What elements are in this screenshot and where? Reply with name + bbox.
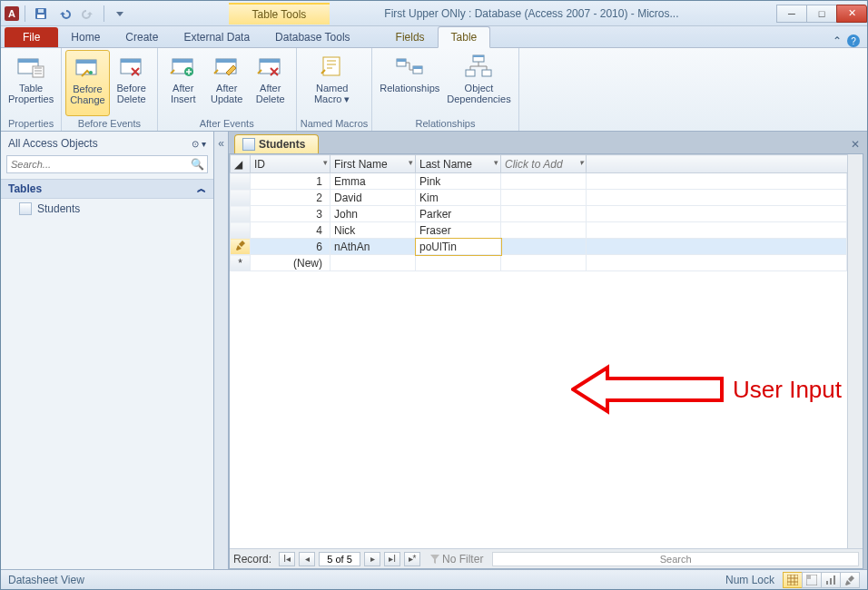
table-row[interactable]: 1EmmaPink — [231, 173, 847, 190]
after-update-button[interactable]: After Update — [205, 50, 249, 116]
table-row[interactable]: 3JohnParker — [231, 206, 847, 222]
cell-first-name[interactable]: David — [330, 190, 416, 206]
cell-last-name[interactable]: Kim — [416, 190, 501, 206]
record-search-input[interactable] — [492, 552, 859, 566]
cell-first-name[interactable]: Emma — [330, 173, 416, 190]
after-delete-button[interactable]: After Delete — [249, 50, 292, 116]
column-first-name[interactable]: First Name▾ — [330, 155, 416, 173]
close-button[interactable]: ✕ — [836, 5, 867, 23]
relationships-button[interactable]: Relationships — [376, 50, 443, 116]
row-selector[interactable] — [231, 222, 251, 239]
record-label: Record: — [233, 553, 271, 565]
cell-id[interactable]: 6 — [251, 239, 330, 255]
filter-indicator[interactable]: No Filter — [429, 553, 483, 565]
nav-search-input[interactable] — [6, 155, 208, 173]
record-prev-button[interactable]: ◂ — [299, 552, 315, 566]
view-pivotchart-button[interactable] — [821, 572, 841, 588]
qat-save-button[interactable] — [31, 4, 51, 24]
search-icon[interactable]: 🔍 — [191, 158, 204, 171]
dropdown-icon[interactable]: ▾ — [494, 158, 498, 167]
view-design-button[interactable] — [840, 572, 860, 588]
help-icon[interactable]: ? — [847, 34, 860, 47]
nav-dropdown-icon[interactable]: ⊙ ▾ — [192, 139, 206, 149]
cell-blank[interactable] — [416, 255, 501, 271]
cell-add[interactable] — [501, 173, 587, 190]
select-all-cell[interactable]: ◢ — [231, 155, 251, 173]
cell-last-name[interactable]: poUlTin — [416, 239, 501, 255]
nav-header-title[interactable]: All Access Objects — [8, 137, 98, 150]
qat-customize-button[interactable] — [110, 4, 130, 24]
cell-add[interactable] — [501, 222, 587, 239]
row-selector[interactable] — [231, 239, 251, 255]
qat-undo-button[interactable] — [54, 4, 74, 24]
dropdown-icon[interactable]: ▾ — [579, 158, 584, 167]
table-row[interactable]: 2DavidKim — [231, 190, 847, 206]
vertical-scrollbar[interactable] — [847, 154, 863, 548]
record-first-button[interactable]: I◂ — [279, 552, 295, 566]
datasheet-table[interactable]: ◢ ID▾ First Name▾ Last Name▾ Click to Ad… — [230, 154, 847, 271]
svg-rect-29 — [806, 575, 811, 579]
doc-close-button[interactable]: ✕ — [843, 134, 867, 154]
cell-id[interactable]: 1 — [251, 173, 330, 190]
cell-add[interactable] — [501, 190, 587, 206]
cell-first-name[interactable]: John — [330, 206, 416, 222]
row-selector[interactable] — [231, 190, 251, 206]
named-macro-button[interactable]: Named Macro ▾ — [301, 50, 364, 116]
row-selector[interactable] — [231, 206, 251, 222]
cell-first-name[interactable]: nAthAn — [330, 239, 416, 255]
record-new-button[interactable]: ▸* — [404, 552, 420, 566]
dropdown-icon[interactable]: ▾ — [409, 158, 413, 167]
table-row[interactable]: 6nAthAnpoUlTin — [231, 239, 847, 255]
record-last-button[interactable]: ▸I — [384, 552, 400, 566]
nav-collapse-button[interactable]: « — [214, 132, 229, 569]
cell-new[interactable]: (New) — [251, 255, 330, 271]
cell-id[interactable]: 3 — [251, 206, 330, 222]
tab-external-data[interactable]: External Data — [171, 27, 262, 47]
svg-rect-26 — [482, 70, 491, 76]
cell-blank[interactable] — [501, 255, 587, 271]
tab-table[interactable]: Table — [438, 26, 491, 48]
cell-last-name[interactable]: Pink — [416, 173, 501, 190]
after-insert-button[interactable]: After Insert — [162, 50, 205, 116]
cell-last-name[interactable]: Fraser — [416, 222, 501, 239]
cell-id[interactable]: 4 — [251, 222, 330, 239]
nav-item-students[interactable]: Students — [1, 199, 213, 219]
dropdown-icon[interactable]: ▾ — [323, 158, 328, 167]
ribbon-minimize-icon[interactable]: ⌃ — [833, 34, 842, 47]
cell-add[interactable] — [501, 239, 587, 255]
record-position-input[interactable] — [319, 552, 360, 566]
column-click-to-add[interactable]: Click to Add▾ — [501, 155, 587, 173]
minimize-button[interactable]: ─ — [776, 5, 807, 23]
before-delete-button[interactable]: Before Delete — [110, 50, 153, 116]
cell-last-name[interactable]: Parker — [416, 206, 501, 222]
cell-id[interactable]: 2 — [251, 190, 330, 206]
maximize-button[interactable]: □ — [806, 5, 837, 23]
tab-file[interactable]: File — [5, 27, 58, 47]
status-view-label: Datasheet View — [8, 574, 84, 586]
cell-first-name[interactable]: Nick — [330, 222, 416, 239]
after-delete-icon — [256, 54, 285, 79]
table-properties-button[interactable]: Table Properties — [5, 50, 57, 116]
tab-create[interactable]: Create — [113, 27, 171, 47]
cell-blank[interactable] — [330, 255, 416, 271]
qat-redo-button[interactable] — [78, 4, 98, 24]
view-datasheet-button[interactable] — [783, 572, 803, 588]
view-pivottable-button[interactable] — [802, 572, 822, 588]
record-next-button[interactable]: ▸ — [364, 552, 380, 566]
before-change-button[interactable]: Before Change — [65, 50, 110, 116]
table-new-row[interactable]: *(New) — [231, 255, 847, 271]
doc-tab-students[interactable]: Students — [234, 134, 319, 153]
column-id[interactable]: ID▾ — [251, 155, 330, 173]
tab-database-tools[interactable]: Database Tools — [262, 27, 363, 47]
nav-section-tables[interactable]: Tables ︽ — [1, 179, 213, 199]
cell-add[interactable] — [501, 206, 587, 222]
table-row[interactable]: 4NickFraser — [231, 222, 847, 239]
object-dependencies-button[interactable]: Object Dependencies — [443, 50, 514, 116]
collapse-icon[interactable]: ︽ — [197, 182, 206, 195]
tab-fields[interactable]: Fields — [383, 27, 438, 47]
tab-home[interactable]: Home — [58, 27, 113, 47]
nav-item-label: Students — [37, 202, 80, 215]
row-selector[interactable] — [231, 173, 251, 190]
row-selector-new[interactable]: * — [231, 255, 251, 271]
column-last-name[interactable]: Last Name▾ — [416, 155, 501, 173]
